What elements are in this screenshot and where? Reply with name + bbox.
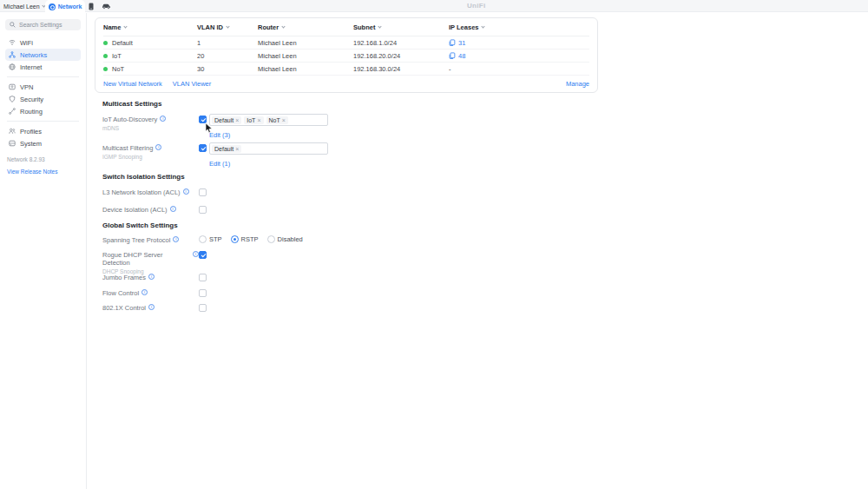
l3-isolation-checkbox[interactable] [199, 188, 207, 196]
setting-label: IoT Auto-Discovery mDNS [102, 116, 199, 139]
status-dot-icon [103, 41, 108, 45]
view-release-notes-link[interactable]: View Release Notes [7, 169, 81, 175]
info-icon[interactable] [148, 304, 155, 310]
version-label: Network 8.2.93 [7, 156, 81, 162]
console-device-icon[interactable] [89, 3, 94, 10]
shield-icon [9, 96, 16, 102]
network-chip: NoT [266, 116, 288, 124]
column-header-name[interactable]: Name [103, 23, 197, 31]
sidebar-item-routing[interactable]: Routing [5, 105, 81, 117]
vlan-viewer-link[interactable]: VLAN Viewer [173, 80, 211, 88]
setting-row-flow-control: Flow Control [102, 289, 207, 297]
setting-row-l3-isolation: L3 Network Isolation (ACL) [102, 188, 207, 196]
site-switcher[interactable]: Michael Leen [3, 0, 45, 12]
info-icon[interactable] [155, 144, 161, 150]
section-heading-multicast: Multicast Settings [102, 100, 161, 108]
section-heading-global-switch: Global Switch Settings [102, 221, 178, 229]
sort-chevron-icon [124, 24, 128, 28]
routing-icon [9, 108, 16, 115]
setting-row-spanning-tree: Spanning Tree Protocol STP RSTP [102, 236, 303, 244]
sort-chevron-icon [282, 24, 286, 28]
setting-row-8021x-control: 802.1X Control [102, 304, 207, 312]
new-virtual-network-link[interactable]: New Virtual Network [103, 80, 162, 88]
sidebar-item-profiles[interactable]: Profiles [5, 125, 81, 137]
radio-option-rstp[interactable]: RSTP [231, 235, 259, 243]
flow-control-checkbox[interactable] [199, 289, 207, 297]
setting-control [199, 206, 207, 214]
sidebar-item-internet[interactable]: Internet [5, 61, 81, 73]
info-icon[interactable] [183, 188, 189, 195]
topbar: Michael Leen Network UniFi [0, 0, 868, 12]
search-input[interactable]: Search Settings [5, 19, 81, 30]
wifi-icon [9, 39, 16, 46]
virtual-networks-card: Name VLAN ID Router Subnet IP Leases [95, 17, 598, 93]
subnet-cell: 192.168.20.0/24 [353, 52, 449, 60]
sort-chevron-icon [226, 24, 229, 28]
setting-sublabel: mDNS [102, 125, 199, 131]
radio-icon [199, 235, 207, 243]
table-row[interactable]: IoT 20 Michael Leen 192.168.20.0/24 48 [103, 50, 589, 63]
sidebar-item-vpn[interactable]: VPN [5, 81, 81, 93]
multicast-filtering-checkbox[interactable] [199, 144, 207, 152]
leases-doc-icon [449, 39, 456, 46]
table-row[interactable]: Default 1 Michael Leen 192.168.1.0/24 31 [103, 36, 589, 50]
edit-link[interactable]: Edit (1) [209, 160, 328, 168]
vlan-id-cell: 1 [197, 39, 258, 47]
setting-row-rogue-dhcp: Rogue DHCP Server Detection DHCP Snoopin… [102, 251, 207, 274]
setting-label: Jumbo Frames [102, 274, 199, 281]
info-icon[interactable] [173, 236, 179, 242]
manage-link[interactable]: Manage [566, 80, 589, 88]
sidebar-item-wifi[interactable]: WiFi [5, 36, 81, 49]
sidebar-item-networks[interactable]: Networks [5, 49, 81, 61]
setting-label: 802.1X Control [102, 304, 199, 312]
ip-leases-link[interactable]: 31 [449, 39, 589, 47]
column-header-router[interactable]: Router [258, 23, 353, 31]
status-dot-icon [103, 54, 108, 58]
iot-networks-tag-input[interactable]: Default IoT NoT [209, 114, 328, 126]
chip-remove-icon[interactable] [257, 117, 260, 123]
jumbo-frames-checkbox[interactable] [199, 274, 207, 281]
router-cell: Michael Leen [258, 65, 353, 73]
info-icon[interactable] [170, 206, 176, 212]
8021x-control-checkbox[interactable] [199, 304, 207, 312]
networks-icon [9, 51, 16, 58]
info-icon[interactable] [160, 116, 166, 122]
sidebar-item-label: Networks [20, 51, 47, 59]
system-icon [9, 140, 16, 147]
profiles-icon [9, 128, 16, 135]
column-header-subnet[interactable]: Subnet [353, 23, 449, 31]
table-footer: New Virtual Network VLAN Viewer Manage [103, 76, 589, 92]
info-icon[interactable] [193, 251, 199, 257]
sidebar-divider [7, 121, 79, 122]
setting-row-jumbo-frames: Jumbo Frames [102, 274, 207, 281]
column-header-ip-leases[interactable]: IP Leases [449, 23, 589, 31]
radio-option-disabled[interactable]: Disabled [267, 235, 303, 243]
table-row[interactable]: NoT 30 Michael Leen 192.168.30.0/24 - [103, 63, 589, 76]
tab-network[interactable]: Network [45, 0, 85, 13]
setting-label: Rogue DHCP Server Detection DHCP Snoopin… [102, 251, 199, 274]
ip-leases-link[interactable]: 48 [449, 52, 589, 60]
info-icon[interactable] [141, 289, 148, 295]
radio-option-stp[interactable]: STP [199, 235, 222, 243]
info-icon[interactable] [148, 274, 155, 280]
network-name-cell: Default [103, 39, 197, 47]
filtering-networks-tag-input[interactable]: Default [209, 142, 328, 155]
edit-link[interactable]: Edit (3) [209, 131, 328, 139]
sidebar-item-label: System [20, 140, 42, 148]
vlan-id-cell: 30 [197, 65, 258, 73]
chip-remove-icon[interactable] [282, 117, 286, 123]
radio-selected-icon [231, 235, 239, 243]
setting-control: STP RSTP Disabled [199, 236, 303, 244]
device-isolation-checkbox[interactable] [199, 206, 207, 214]
sidebar-item-label: Internet [20, 63, 42, 71]
chip-remove-icon[interactable] [235, 146, 239, 152]
column-header-vlan-id[interactable]: VLAN ID [197, 23, 258, 31]
main-content: Name VLAN ID Router Subnet IP Leases [88, 13, 868, 489]
rogue-dhcp-checkbox[interactable] [199, 251, 207, 259]
vehicle-device-icon[interactable] [102, 3, 111, 10]
vpn-icon [9, 83, 16, 90]
sidebar-item-security[interactable]: Security [5, 93, 81, 105]
setting-control [199, 289, 207, 297]
sidebar-item-system[interactable]: System [5, 137, 81, 149]
chip-remove-icon[interactable] [235, 117, 239, 123]
